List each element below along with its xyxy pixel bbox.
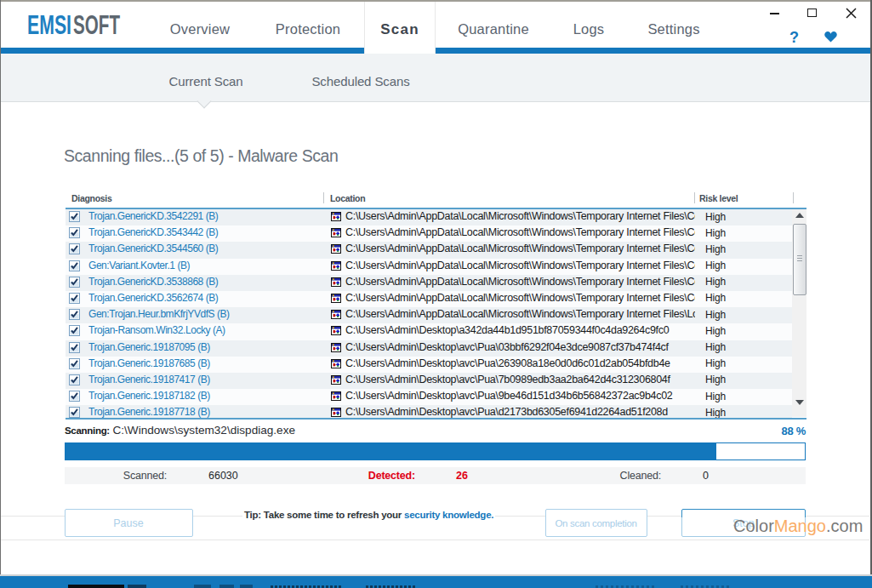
svg-text:EMSI: EMSI (27, 14, 71, 38)
svg-text:SOFT: SOFT (73, 14, 120, 38)
